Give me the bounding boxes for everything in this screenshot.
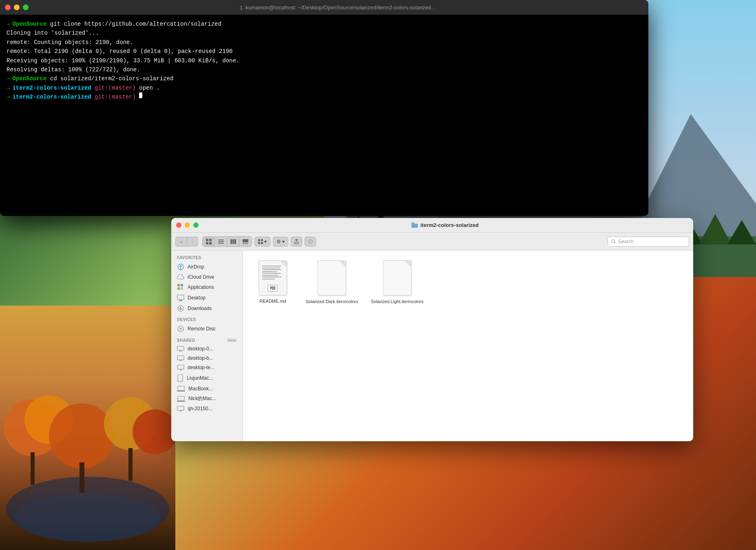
terminal-maximize-button[interactable] <box>23 4 29 10</box>
svg-rect-60 <box>179 301 183 301</box>
term-line-5: Receiving objects: 100% (2190/2190), 33.… <box>7 56 642 65</box>
gallery-icon <box>243 239 248 244</box>
terminal-minimize-button[interactable] <box>14 4 20 10</box>
folder-icon <box>411 222 418 228</box>
svg-rect-41 <box>243 243 244 244</box>
finder-sidebar: Favorites AirDrop iCloud Drive <box>171 251 243 441</box>
svg-rect-43 <box>247 243 248 244</box>
action-button[interactable]: ⚙ ▾ <box>273 237 288 246</box>
cloud-icon <box>177 274 184 280</box>
group-label: ▾ <box>264 239 267 244</box>
svg-rect-78 <box>179 411 182 411</box>
group-button[interactable]: ▾ <box>254 237 270 246</box>
svg-point-72 <box>180 381 181 381</box>
svg-rect-28 <box>411 224 418 228</box>
sidebar-item-liujunmac[interactable]: LiujunMac... <box>173 372 241 384</box>
sidebar-item-qh-20150[interactable]: qh-20150... <box>173 404 241 413</box>
monitor-icon-2 <box>177 355 184 361</box>
view-buttons <box>202 236 252 247</box>
sidebar-item-remote-disc[interactable]: Remote Disc <box>173 323 241 334</box>
svg-rect-39 <box>234 239 236 244</box>
svg-rect-67 <box>177 356 184 360</box>
forward-button[interactable]: › <box>187 237 198 246</box>
solarized-light-icon <box>383 260 411 295</box>
sidebar-item-desktop-b[interactable]: desktop-b... <box>173 354 241 363</box>
file-item-readme[interactable]: MD README.md <box>252 260 293 304</box>
monitor-icon <box>177 346 184 352</box>
svg-rect-59 <box>179 300 182 301</box>
svg-rect-25 <box>31 452 35 485</box>
sidebar-item-applications[interactable]: Applications <box>173 282 241 293</box>
finder-title: iterm2-colors-solarized <box>202 222 688 228</box>
share-icon <box>294 239 299 244</box>
search-box[interactable]: Search <box>608 237 689 246</box>
desktop-te-label: desktop-te... <box>188 365 214 370</box>
solarized-light-filename: Solarized Light.itermcolors <box>371 299 424 304</box>
svg-rect-29 <box>411 222 414 224</box>
tag-button[interactable] <box>305 237 316 246</box>
svg-point-19 <box>14 493 161 542</box>
term-line-1: → OpenSource git clone https://github.co… <box>7 20 642 29</box>
svg-rect-77 <box>177 406 184 410</box>
svg-rect-35 <box>218 241 224 242</box>
file-item-solarized-light[interactable]: Solarized Light.itermcolors <box>371 260 424 304</box>
view-list-button[interactable] <box>215 237 227 246</box>
monitor-icon-4 <box>177 406 184 411</box>
sidebar-item-nickysmac[interactable]: Nick的Mac... <box>173 394 241 404</box>
term-line-6: Resolving deltas: 100% (722/722), done. <box>7 65 642 74</box>
downloads-icon <box>177 305 184 312</box>
columns-icon <box>230 239 236 244</box>
svg-point-49 <box>309 241 311 242</box>
laptop-icon <box>177 386 185 392</box>
sidebar-item-desktop-0[interactable]: desktop-0... <box>173 344 241 353</box>
solarized-dark-filename: Solarized Dark.itermcolors <box>306 299 358 304</box>
sidebar-item-macbook[interactable]: MacBook... <box>173 384 241 393</box>
term-line-9: → iterm2-colors-solarized git:(master) <box>7 92 642 101</box>
view-icon-button[interactable] <box>203 237 215 246</box>
sidebar-item-downloads[interactable]: Downloads <box>173 303 241 314</box>
downloads-label: Downloads <box>188 306 212 311</box>
view-column-button[interactable] <box>227 237 239 246</box>
svg-point-22 <box>49 403 114 469</box>
svg-rect-45 <box>261 239 263 241</box>
finder-minimize-button[interactable] <box>185 222 190 228</box>
svg-rect-27 <box>128 448 133 481</box>
svg-point-50 <box>612 240 615 242</box>
svg-point-53 <box>180 268 181 269</box>
md-badge: MD <box>267 285 278 292</box>
svg-point-24 <box>133 409 175 454</box>
svg-rect-69 <box>177 365 184 369</box>
terminal-close-button[interactable] <box>5 4 11 10</box>
svg-rect-68 <box>179 360 182 361</box>
desktop-label: Desktop <box>188 295 206 301</box>
svg-rect-66 <box>179 351 182 352</box>
svg-rect-38 <box>232 239 234 244</box>
shared-label: Shared <box>177 338 195 343</box>
svg-rect-73 <box>178 386 184 390</box>
sidebar-item-desktop-te[interactable]: desktop-te... <box>173 363 241 372</box>
term-line-8: → iterm2-colors-solarized git:(master) o… <box>7 84 642 92</box>
sidebar-item-icloud[interactable]: iCloud Drive <box>173 273 241 282</box>
solarized-dark-icon <box>318 260 346 295</box>
gear-icon: ⚙ <box>276 239 281 244</box>
finder-close-button[interactable] <box>176 222 181 228</box>
share-button[interactable] <box>291 237 302 246</box>
search-icon <box>611 239 616 244</box>
readme-icon: MD <box>259 260 287 295</box>
hide-button[interactable]: Hide <box>227 338 237 343</box>
svg-rect-76 <box>177 401 185 402</box>
svg-rect-46 <box>258 242 260 244</box>
terminal-cursor <box>139 92 142 98</box>
svg-rect-44 <box>258 239 260 241</box>
back-button[interactable]: ‹ <box>175 237 187 246</box>
file-item-solarized-dark[interactable]: Solarized Dark.itermcolors <box>305 260 358 304</box>
view-gallery-button[interactable] <box>239 237 252 246</box>
sidebar-item-desktop[interactable]: Desktop <box>173 293 241 303</box>
nav-buttons: ‹ › <box>175 237 198 246</box>
terminal-window: 1. kumamon@localhost: ~/Desktop/OpenSour… <box>0 0 648 216</box>
disc-icon <box>177 325 184 332</box>
sidebar-item-airdrop[interactable]: AirDrop <box>173 262 241 272</box>
terminal-titlebar: 1. kumamon@localhost: ~/Desktop/OpenSour… <box>0 0 648 15</box>
file-area: MD README.md Solarized Dark.itermcolors … <box>243 251 693 441</box>
finder-maximize-button[interactable] <box>193 222 199 228</box>
